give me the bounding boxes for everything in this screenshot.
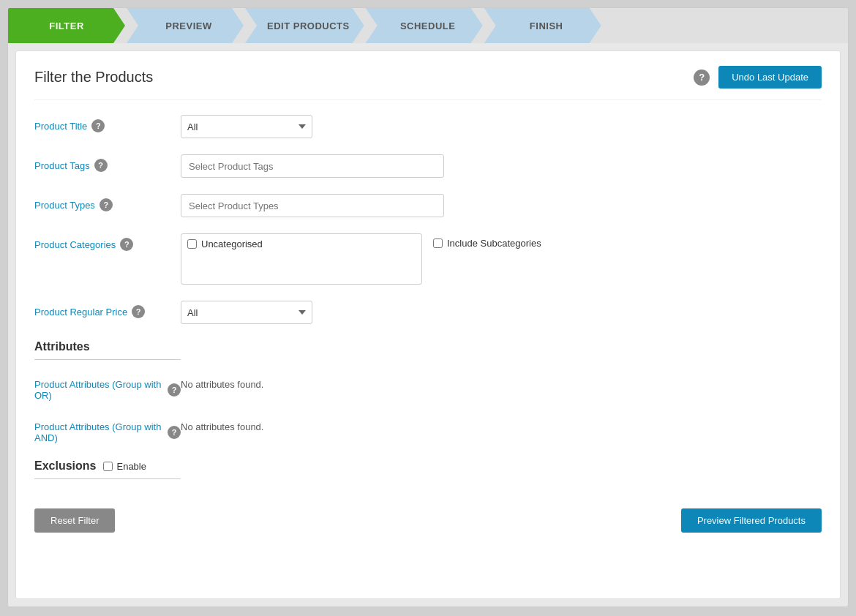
categories-listbox[interactable]: Uncategorised: [181, 233, 422, 285]
attributes-and-row: Product Attributes (Group with AND) ? No…: [34, 417, 822, 443]
product-categories-row: Product Categories ? Uncategorised Inclu…: [34, 233, 822, 285]
attributes-or-row: Product Attributes (Group with OR) ? No …: [34, 375, 822, 401]
attributes-or-label: Product Attributes (Group with OR): [34, 379, 163, 401]
include-subcategories-label: Include Subcategories: [433, 233, 541, 249]
attributes-or-message: No attributes found.: [181, 375, 263, 390]
product-regular-price-help-icon[interactable]: ?: [132, 305, 145, 318]
product-types-input[interactable]: [181, 194, 444, 217]
product-tags-input[interactable]: [181, 154, 444, 178]
reset-filter-button[interactable]: Reset Filter: [34, 508, 115, 533]
exclusions-divider: [34, 478, 181, 479]
product-regular-price-control-col: All: [181, 301, 822, 324]
wizard-step-edit-products[interactable]: EDIT PRODUCTS: [245, 8, 364, 43]
category-item-uncategorised: Uncategorised: [181, 234, 421, 254]
exclusions-enable-checkbox[interactable]: [103, 462, 113, 471]
exclusions-title: Exclusions: [34, 459, 96, 473]
product-tags-label-col: Product Tags ?: [34, 154, 181, 172]
product-regular-price-row: Product Regular Price ? All: [34, 301, 822, 324]
wizard-step-preview[interactable]: PREVIEW: [127, 8, 244, 43]
product-types-help-icon[interactable]: ?: [100, 198, 113, 211]
category-label-uncategorised: Uncategorised: [201, 238, 263, 249]
product-types-row: Product Types ?: [34, 194, 822, 217]
header-right: ? Undo Last Update: [694, 66, 822, 89]
help-icon[interactable]: ?: [694, 70, 710, 86]
preview-filtered-products-button[interactable]: Preview Filtered Products: [681, 508, 822, 533]
wizard-step-schedule[interactable]: SCHEDULE: [366, 8, 483, 43]
product-types-label-col: Product Types ?: [34, 194, 181, 211]
main-content: Filter the Products ? Undo Last Update P…: [15, 50, 841, 599]
exclusions-row: Exclusions Enable: [34, 459, 822, 473]
wizard-steps: FILTER PREVIEW EDIT PRODUCTS SCHEDULE FI…: [8, 8, 848, 43]
attributes-or-label-col: Product Attributes (Group with OR) ?: [34, 375, 181, 401]
attributes-or-help-icon[interactable]: ?: [168, 383, 181, 397]
product-title-help-icon[interactable]: ?: [91, 119, 105, 132]
wizard-step-filter[interactable]: FILTER: [8, 8, 125, 43]
attributes-section-title: Attributes: [34, 340, 822, 353]
attributes-and-help-icon[interactable]: ?: [168, 426, 181, 439]
product-tags-help-icon[interactable]: ?: [94, 159, 108, 172]
product-types-label: Product Types: [34, 200, 95, 211]
attributes-divider: [34, 359, 181, 360]
exclusions-section: Exclusions Enable: [34, 459, 822, 479]
product-title-select[interactable]: All: [181, 115, 312, 138]
attributes-section: Attributes Product Attributes (Group wit…: [34, 340, 822, 443]
product-categories-label: Product Categories: [34, 239, 116, 250]
category-checkbox-uncategorised[interactable]: [187, 239, 197, 249]
product-categories-help-icon[interactable]: ?: [120, 238, 133, 251]
product-regular-price-label-col: Product Regular Price ?: [34, 301, 181, 318]
product-title-control-col: All: [181, 115, 822, 138]
product-categories-control-col: Uncategorised Include Subcategories: [181, 233, 822, 285]
page-title: Filter the Products: [34, 69, 153, 86]
product-title-label: Product Title: [34, 121, 87, 132]
include-subcategories-checkbox[interactable]: [433, 238, 443, 248]
product-title-label-col: Product Title ?: [34, 115, 181, 132]
product-tags-label: Product Tags: [34, 160, 90, 171]
attributes-and-label: Product Attributes (Group with AND): [34, 421, 163, 443]
product-title-row: Product Title ? All: [34, 115, 822, 138]
attributes-or-control-col: No attributes found.: [181, 375, 822, 390]
product-tags-control-col: [181, 154, 822, 178]
product-tags-row: Product Tags ?: [34, 154, 822, 178]
product-regular-price-label: Product Regular Price: [34, 307, 127, 318]
product-types-control-col: [181, 194, 822, 217]
product-regular-price-select[interactable]: All: [181, 301, 312, 324]
attributes-and-control-col: No attributes found.: [181, 417, 822, 432]
product-categories-label-col: Product Categories ?: [34, 233, 181, 251]
footer-buttons: Reset Filter Preview Filtered Products: [34, 501, 822, 533]
filter-form: Product Title ? All Product Tags ?: [34, 115, 822, 324]
attributes-and-label-col: Product Attributes (Group with AND) ?: [34, 417, 181, 443]
exclusions-enable-label: Enable: [103, 461, 146, 472]
page-header: Filter the Products ? Undo Last Update: [34, 66, 822, 100]
main-container: FILTER PREVIEW EDIT PRODUCTS SCHEDULE FI…: [7, 7, 849, 607]
undo-last-update-button[interactable]: Undo Last Update: [718, 66, 822, 89]
wizard-step-finish[interactable]: FINISH: [484, 8, 601, 43]
attributes-and-message: No attributes found.: [181, 417, 263, 432]
